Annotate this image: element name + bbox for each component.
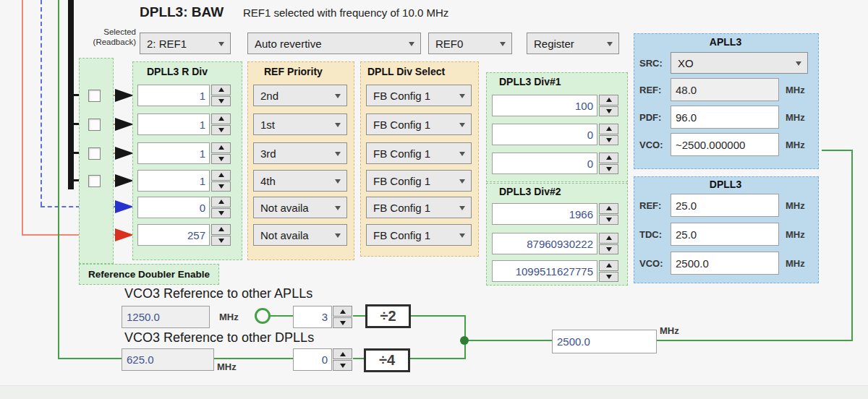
spin-down-button[interactable]: [333, 360, 352, 371]
chevron-down-icon: [335, 123, 341, 127]
ref-priority-dropdown-2[interactable]: 1st: [253, 113, 347, 135]
spin-up-button[interactable]: [599, 203, 618, 214]
rdiv-input-3[interactable]: 1: [137, 142, 210, 164]
div-select-value-1: FB Config 1: [373, 90, 430, 102]
spin-up-button[interactable]: [599, 233, 618, 244]
spin-down-button[interactable]: [599, 164, 618, 175]
rdiv-spinner-4[interactable]: [211, 170, 231, 192]
spin-up-button[interactable]: [211, 113, 231, 124]
div-select-dropdown-4[interactable]: FB Config 1: [366, 170, 472, 192]
spin-down-button[interactable]: [599, 135, 618, 146]
spin-up-button[interactable]: [211, 197, 231, 207]
ref-enable-checkbox-1[interactable]: [88, 90, 101, 102]
dpll3-ref-field[interactable]: 25.0: [671, 194, 779, 217]
spin-up-button[interactable]: [333, 306, 352, 317]
div2-spinner-1[interactable]: [599, 203, 618, 225]
selected-ref-dropdown[interactable]: 2: REF1: [140, 33, 231, 54]
spin-up-button[interactable]: [599, 124, 618, 134]
spin-down-button[interactable]: [599, 272, 618, 283]
ref-priority-dropdown-6[interactable]: Not availa: [253, 224, 347, 246]
wire-green-left-vertical: [58, 0, 59, 359]
div2-spinner-2[interactable]: [599, 233, 618, 254]
vco3-apll-postdiv-input[interactable]: 3: [293, 306, 332, 328]
ref-priority-dropdown-5[interactable]: Not availa: [253, 197, 347, 218]
apll3-vco-unit: MHz: [786, 140, 805, 150]
page-title: DPLL3: BAW: [140, 4, 224, 20]
apll3-pdf-field[interactable]: 96.0: [671, 106, 779, 129]
rdiv-spinner-5[interactable]: [211, 197, 231, 218]
div-select-value-5: FB Config 1: [373, 202, 430, 214]
spin-up-button[interactable]: [211, 224, 231, 235]
div-select-dropdown-6[interactable]: FB Config 1: [366, 224, 472, 246]
spin-down-button[interactable]: [211, 236, 231, 246]
ref-priority-dropdown-1[interactable]: 2nd: [253, 85, 347, 106]
spin-down-button[interactable]: [211, 181, 231, 192]
spin-down-button[interactable]: [211, 154, 231, 165]
spin-up-button[interactable]: [211, 85, 231, 95]
wire-green-main-horizontal: [465, 340, 853, 341]
div1-spinner-2[interactable]: [599, 124, 618, 145]
rdiv-input-6[interactable]: 257: [137, 224, 210, 246]
ref-enable-checkbox-4[interactable]: [88, 175, 101, 187]
vco3-dpll-title: VCO3 Reference to other DPLLs: [124, 330, 314, 346]
vco3-output-unit: MHz: [660, 325, 679, 336]
ref-priority-dropdown-3[interactable]: 3rd: [253, 142, 347, 164]
spin-up-button[interactable]: [599, 153, 618, 163]
spin-down-button[interactable]: [599, 244, 618, 255]
ref-priority-dropdown-4[interactable]: 4th: [253, 170, 347, 192]
rdiv-spinner-2[interactable]: [211, 113, 231, 135]
div-select-dropdown-5[interactable]: FB Config 1: [366, 197, 472, 218]
rdiv-spinner-1[interactable]: [211, 85, 231, 106]
wire-green-spinner-to-div4: [353, 358, 365, 359]
control-mode-dropdown[interactable]: Register: [527, 33, 619, 54]
div-select-dropdown-1[interactable]: FB Config 1: [366, 85, 472, 106]
spin-up-button[interactable]: [599, 95, 618, 106]
vco3-apll-unit: MHz: [219, 312, 239, 322]
spin-down-button[interactable]: [211, 96, 231, 107]
rdiv-input-5[interactable]: 0: [137, 197, 210, 218]
div2-spinner-3[interactable]: [599, 260, 618, 282]
div2-input-2[interactable]: 87960930222: [492, 233, 597, 254]
spin-down-button[interactable]: [599, 215, 618, 226]
spin-up-button[interactable]: [211, 170, 231, 181]
spin-down-button[interactable]: [211, 125, 231, 136]
div1-input-3[interactable]: 0: [492, 153, 597, 174]
dpll3-vco-field[interactable]: 2500.0: [671, 252, 779, 275]
ref-enable-checkbox-3[interactable]: [88, 147, 101, 160]
spin-down-button[interactable]: [599, 106, 618, 117]
rdiv-input-4[interactable]: 1: [137, 170, 210, 192]
rdiv-spinner-3[interactable]: [211, 142, 231, 164]
spin-up-button[interactable]: [599, 260, 618, 271]
selected-label-line1: Selected: [75, 27, 136, 37]
ref-enable-checkbox-2[interactable]: [88, 119, 101, 131]
vco3-dpll-postdiv-input[interactable]: 0: [293, 348, 332, 371]
apll3-src-dropdown[interactable]: XO: [671, 52, 808, 74]
vco3-apll-postdiv-spinner[interactable]: [333, 306, 352, 328]
spin-up-button[interactable]: [333, 348, 352, 359]
div2-input-3[interactable]: 1099511627775: [492, 260, 597, 282]
div2-input-1[interactable]: 1966: [492, 203, 597, 225]
vco3-output-frequency-field[interactable]: 2500.0: [552, 330, 657, 353]
div-select-dropdown-3[interactable]: FB Config 1: [366, 142, 472, 164]
div1-spinner-3[interactable]: [599, 153, 618, 174]
div1-spinner-1[interactable]: [599, 95, 618, 116]
rdiv-input-2[interactable]: 1: [137, 113, 210, 135]
div1-input-1[interactable]: 100: [492, 95, 597, 116]
rdiv-spinner-6[interactable]: [211, 224, 231, 246]
ref-priority-value-3: 3rd: [260, 147, 276, 160]
spin-down-button[interactable]: [333, 317, 352, 328]
apll3-vco-field[interactable]: ~2500.000000: [671, 133, 779, 156]
ref-priority-value-5: Not availa: [260, 202, 309, 214]
dpll3-tdc-field[interactable]: 25.0: [671, 223, 779, 246]
div1-input-2[interactable]: 0: [492, 124, 597, 145]
spin-up-button[interactable]: [211, 142, 231, 153]
div-select-dropdown-2[interactable]: FB Config 1: [366, 113, 472, 135]
wire-junction-dot: [460, 336, 469, 345]
ref-select-dropdown[interactable]: REF0: [428, 33, 512, 54]
spin-down-button[interactable]: [211, 208, 231, 219]
chevron-down-icon: [409, 42, 414, 46]
open-connector-icon: [255, 308, 271, 324]
vco3-dpll-postdiv-spinner[interactable]: [333, 348, 352, 371]
revertive-mode-dropdown[interactable]: Auto revertive: [247, 33, 421, 54]
rdiv-input-1[interactable]: 1: [137, 85, 210, 106]
